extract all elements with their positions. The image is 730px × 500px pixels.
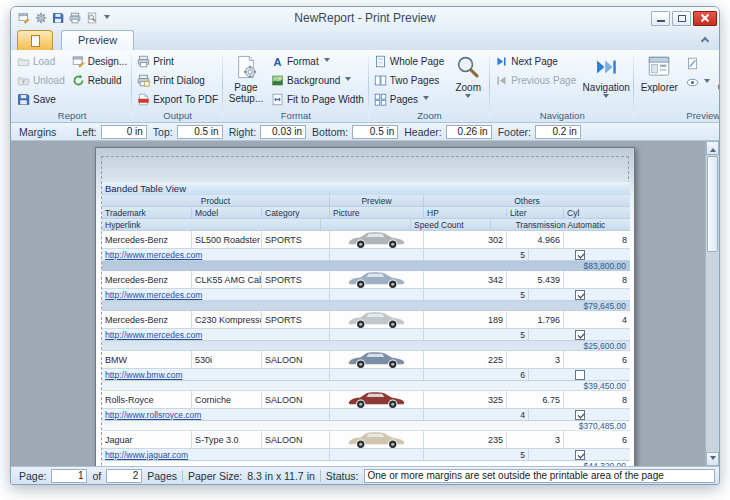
margin-top-input[interactable] — [177, 125, 223, 139]
two-pages-button[interactable]: Two Pages — [371, 71, 447, 90]
cell-hyperlink[interactable]: http://www.mercedes.com — [102, 289, 330, 300]
paper-size-label: Paper Size: — [188, 470, 242, 482]
next-page-button[interactable]: Next Page — [492, 52, 579, 71]
scrollbar-thumb[interactable] — [707, 156, 718, 252]
unload-button: Unload — [14, 71, 68, 90]
cell-cyl: 6 — [564, 351, 630, 368]
cell-category: SALOON — [262, 431, 330, 448]
chevron-up-icon — [701, 36, 709, 44]
group-label-navigation: Navigation — [492, 109, 632, 122]
band-others: Others — [424, 195, 630, 206]
minimize-button[interactable] — [651, 11, 670, 26]
close-print-preview-button[interactable]: Close Print Preview — [714, 52, 720, 104]
settings-icon[interactable] — [34, 12, 47, 25]
page-setup-button[interactable]: Page Setup... — [225, 52, 267, 104]
cell-hyperlink[interactable]: http://www.mercedes.com — [102, 249, 330, 260]
whole-page-button[interactable]: Whole Page — [371, 52, 447, 71]
fit-to-page-width-button[interactable]: Fit to Page Width — [268, 90, 367, 109]
cell-liter: 3 — [507, 351, 564, 368]
navigation-icon — [593, 54, 619, 80]
cell-hyperlink[interactable]: http://www.mercedes.com — [102, 329, 330, 340]
margin-left-label: Left: — [76, 126, 96, 138]
print-preview-icon[interactable] — [85, 12, 98, 25]
margin-left-input[interactable] — [101, 125, 147, 139]
status-separator — [320, 470, 321, 482]
qat-dropdown-icon[interactable] — [104, 15, 110, 22]
tab-preview[interactable]: Preview — [61, 30, 134, 50]
cell-liter: 5.439 — [507, 271, 564, 288]
maximize-button[interactable] — [672, 11, 691, 26]
cell-category: SALOON — [262, 391, 330, 408]
design-icon[interactable] — [17, 12, 30, 25]
watermark-icon — [686, 57, 699, 70]
cell-cyl: 6 — [564, 431, 630, 448]
export-to-pdf-button[interactable]: Export To PDF — [134, 90, 221, 109]
page-setup-icon — [233, 54, 259, 80]
zoom-button[interactable]: Zoom — [448, 52, 488, 101]
page-number-input[interactable] — [51, 469, 87, 483]
cell-hyperlink[interactable]: http://www.jaguar.com — [102, 449, 330, 460]
cell-cyl: 8 — [564, 231, 630, 248]
rebuild-button[interactable]: Rebuild — [69, 71, 130, 90]
print-button[interactable]: Print — [134, 52, 221, 71]
cell-transmission — [529, 449, 630, 460]
scroll-up-button[interactable] — [706, 141, 719, 155]
explorer-icon — [646, 54, 672, 80]
margin-bottom-input[interactable] — [352, 125, 398, 139]
cell-liter: 6.75 — [507, 391, 564, 408]
minimize-icon — [657, 20, 665, 22]
vertical-scrollbar[interactable] — [705, 141, 719, 466]
watermark-button[interactable] — [683, 54, 713, 73]
navigation-button[interactable]: Navigation — [580, 52, 632, 101]
transmission-checkbox — [575, 450, 585, 460]
band-product: Product — [102, 195, 330, 206]
save-icon[interactable] — [51, 12, 64, 25]
whole-page-icon — [374, 55, 387, 68]
eye-icon — [686, 76, 699, 89]
close-button[interactable] — [693, 11, 717, 26]
print-dialog-button[interactable]: Print Dialog — [134, 71, 221, 90]
explorer-button[interactable]: Explorer — [636, 52, 682, 93]
ribbon-tab-row: Preview — [11, 29, 719, 50]
car-image — [345, 348, 409, 369]
margin-header-input[interactable] — [446, 125, 492, 139]
collapse-ribbon-button[interactable] — [697, 32, 713, 46]
transmission-checkbox — [575, 410, 585, 420]
design-button[interactable]: Design... — [69, 52, 130, 71]
cell-cyl: 8 — [564, 271, 630, 288]
format-button[interactable]: Format — [268, 52, 367, 71]
save-button[interactable]: Save — [14, 90, 68, 109]
quick-access-toolbar — [17, 12, 110, 25]
transmission-checkbox — [575, 290, 585, 300]
cell-speed-count: 5 — [424, 249, 529, 260]
cell-trademark: Mercedes-Benz — [102, 271, 192, 288]
report-title-band: Banded Table View — [102, 182, 630, 195]
save-icon — [17, 93, 30, 106]
arrow-down-icon — [710, 456, 716, 463]
cell-speed-count: 5 — [424, 449, 529, 460]
margin-right-input[interactable] — [260, 125, 306, 139]
cell-picture — [330, 231, 424, 248]
print-icon[interactable] — [68, 12, 81, 25]
cell-trademark: Mercedes-Benz — [102, 231, 192, 248]
status-message: One or more margins are set outside the … — [364, 469, 716, 483]
cell-hyperlink[interactable]: http://www.bmw.com — [102, 369, 330, 380]
cell-hyperlink[interactable]: http://www.rollsroyce.com — [102, 409, 330, 420]
cell-picture — [330, 351, 424, 368]
group-label-format: Format — [225, 109, 367, 122]
file-button[interactable] — [17, 30, 53, 50]
ribbon-group-report: Load Unload Save Design... Rebuild Repor… — [12, 51, 132, 122]
cell-picture — [330, 271, 424, 288]
pages-button[interactable]: Pages — [371, 90, 447, 109]
unload-icon — [17, 74, 30, 87]
ribbon: Load Unload Save Design... Rebuild Repor… — [11, 50, 719, 123]
total-pages-value: 2 — [106, 469, 142, 483]
cell-model: CLK55 AMG Cabriolet — [192, 271, 262, 288]
background-button[interactable]: Background — [268, 71, 367, 90]
margin-footer-input[interactable] — [535, 125, 581, 139]
dropdown-icon — [324, 58, 330, 65]
cell-picture — [330, 431, 424, 448]
view-options-button[interactable] — [683, 73, 713, 92]
print-icon — [137, 55, 150, 68]
scroll-down-button[interactable] — [706, 452, 719, 466]
